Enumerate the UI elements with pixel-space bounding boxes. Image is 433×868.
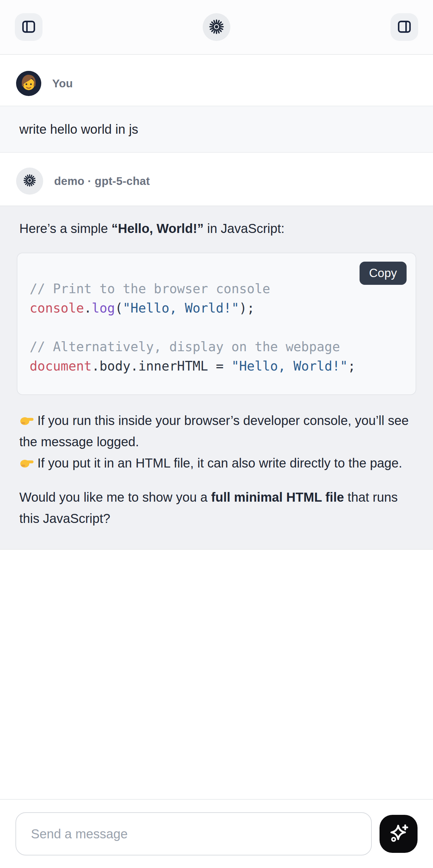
intro-text: Here’s a simple: [19, 221, 112, 236]
assistant-notes: If you run this inside your browser’s de…: [17, 410, 416, 474]
starburst-spinner-icon: [208, 19, 225, 36]
code-content: // Print to the browser console console.…: [18, 253, 415, 394]
assistant-avatar: [16, 167, 43, 195]
code-token: // Print to the browser console: [30, 281, 270, 296]
followup-text: Would you like me to show you a: [19, 490, 211, 504]
panel-right-icon: [397, 19, 412, 35]
assistant-intro-paragraph: Here’s a simple “Hello, World!” in JavaS…: [17, 218, 416, 239]
copy-code-button[interactable]: Copy: [360, 261, 407, 285]
code-token: =: [208, 359, 231, 373]
message-input[interactable]: [16, 812, 372, 856]
intro-bold-text: “Hello, World!”: [112, 221, 204, 236]
assistant-followup-paragraph: Would you like me to show you a full min…: [17, 487, 416, 529]
chat-scroll-area[interactable]: You write hello world in js: [0, 55, 433, 799]
send-button[interactable]: [379, 815, 417, 853]
code-token: .body.innerHTML: [92, 359, 208, 373]
user-message: write hello world in js: [0, 106, 433, 153]
note-line: If you put it in an HTML file, it can al…: [17, 453, 416, 474]
user-turn-header: You: [0, 71, 433, 96]
assistant-model-name: demo · gpt-5-chat: [54, 175, 150, 188]
panel-left-icon: [21, 19, 36, 35]
code-token: // Alternatively, display on the webpage: [30, 339, 340, 354]
user-message-text: write hello world in js: [19, 122, 138, 136]
chat-empty-space: [0, 550, 433, 799]
model-status-button[interactable]: [203, 13, 230, 41]
note-text: If you run this inside your browser’s de…: [19, 413, 408, 449]
assistant-turn-header: demo · gpt-5-chat: [0, 167, 433, 195]
note-line: If you run this inside your browser’s de…: [17, 410, 416, 453]
code-token: );: [239, 301, 254, 315]
assistant-message: Here’s a simple “Hello, World!” in JavaS…: [0, 206, 433, 550]
code-token: ;: [348, 359, 355, 373]
code-token: log: [92, 301, 115, 315]
code-token: console: [30, 301, 84, 315]
sidebar-toggle-button[interactable]: [15, 13, 42, 41]
code-token: .: [84, 301, 92, 315]
code-token: (: [115, 301, 123, 315]
note-text: If you put it in an HTML file, it can al…: [37, 456, 402, 470]
code-block: Copy // Print to the browser console con…: [17, 253, 416, 395]
pointing-right-emoji-icon: [19, 454, 34, 467]
person-emoji-icon: [16, 71, 41, 96]
code-token: "Hello, World!": [123, 301, 239, 315]
followup-bold-text: full minimal HTML file: [211, 490, 344, 504]
intro-text-post: in JavaScript:: [204, 221, 284, 236]
right-panel-toggle-button[interactable]: [391, 13, 418, 41]
composer-bar: [0, 799, 433, 868]
top-bar: [0, 0, 433, 55]
pointing-right-emoji-icon: [19, 411, 34, 424]
starburst-icon: [23, 173, 37, 189]
user-turn-name: You: [52, 77, 73, 90]
code-token: document: [30, 359, 92, 373]
sparkle-icon: [387, 822, 410, 846]
code-token: "Hello, World!": [231, 359, 348, 373]
user-avatar: [16, 71, 41, 96]
